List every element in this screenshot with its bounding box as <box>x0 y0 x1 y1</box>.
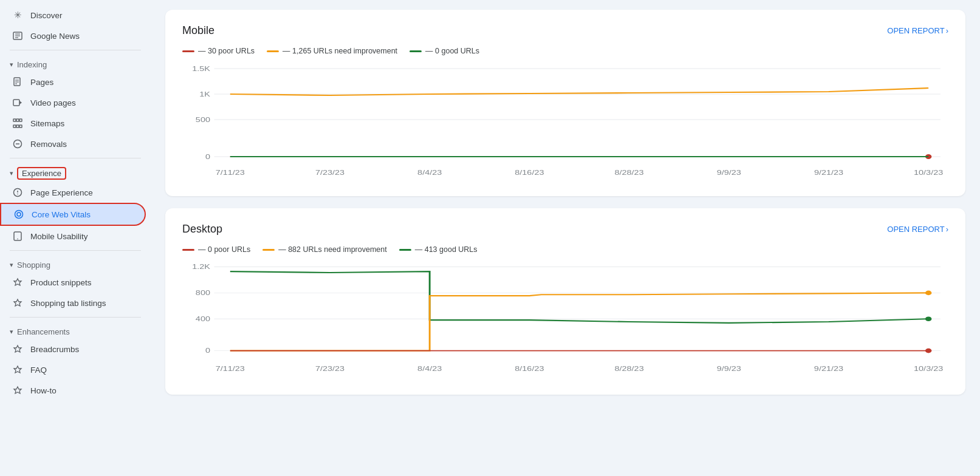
pages-icon <box>12 76 23 87</box>
mobile-chart: 1.5K 1K 500 0 7/11/23 7/23/23 8/4/23 8/1… <box>182 63 948 184</box>
svg-text:8/4/23: 8/4/23 <box>417 169 442 177</box>
sidebar-item-label: Mobile Usability <box>30 232 88 241</box>
svg-rect-12 <box>19 119 22 121</box>
sidebar-item-label: Shopping tab listings <box>30 299 106 308</box>
chevron-down-icon: ▾ <box>10 61 13 69</box>
svg-point-21 <box>15 211 23 219</box>
page-experience-icon <box>12 187 23 198</box>
legend-line-orange <box>262 249 275 251</box>
sidebar-item-how-to[interactable]: How-to <box>0 380 146 401</box>
sidebar-section-shopping[interactable]: ▾ Shopping <box>0 254 151 272</box>
svg-text:0: 0 <box>205 347 210 355</box>
chevron-right-icon: › <box>946 225 948 234</box>
sidebar-section-indexing[interactable]: ▾ Indexing <box>0 54 151 72</box>
chevron-down-icon: ▾ <box>10 169 13 177</box>
chevron-down-icon: ▾ <box>10 328 13 336</box>
legend-item-poor: — 30 poor URLs <box>182 47 255 55</box>
legend-item-needs-improvement: — 1,265 URLs need improvement <box>267 47 397 55</box>
svg-text:7/23/23: 7/23/23 <box>315 365 344 373</box>
sidebar-item-discover[interactable]: ✳ Discover <box>0 5 146 25</box>
section-label: Indexing <box>17 60 47 69</box>
chevron-down-icon: ▾ <box>10 261 13 269</box>
svg-text:8/4/23: 8/4/23 <box>417 365 442 373</box>
faq-icon <box>12 364 23 375</box>
sidebar-item-label: Discover <box>30 11 63 20</box>
svg-text:9/21/23: 9/21/23 <box>814 365 843 373</box>
legend-item-needs-improvement: — 882 URLs need improvement <box>262 245 387 254</box>
svg-point-58 <box>925 316 932 321</box>
sidebar-item-label: Google News <box>30 32 80 41</box>
sidebar-item-google-news[interactable]: Google News <box>0 25 146 46</box>
section-label: Enhancements <box>17 327 70 336</box>
desktop-chart-svg: 1.2K 800 400 0 7/11/23 7/23/23 8/4/23 8/… <box>182 261 948 382</box>
desktop-open-report-link[interactable]: OPEN REPORT › <box>887 225 948 234</box>
sidebar-item-breadcrumbs[interactable]: Breadcrumbs <box>0 339 146 359</box>
sidebar-item-mobile-usability[interactable]: Mobile Usability <box>0 226 146 246</box>
svg-text:7/11/23: 7/11/23 <box>216 365 245 373</box>
divider <box>10 50 141 50</box>
svg-text:500: 500 <box>196 116 210 124</box>
svg-rect-11 <box>16 119 19 121</box>
chevron-right-icon: › <box>946 26 948 35</box>
legend-label: — 30 poor URLs <box>198 47 255 55</box>
removals-icon <box>12 138 23 149</box>
sidebar-item-label: Removals <box>30 140 67 149</box>
svg-rect-15 <box>19 125 22 127</box>
svg-text:9/21/23: 9/21/23 <box>814 169 843 177</box>
desktop-legend: — 0 poor URLs — 882 URLs need improvemen… <box>182 245 948 254</box>
desktop-card-title: Desktop <box>182 223 222 236</box>
desktop-card: Desktop OPEN REPORT › — 0 poor URLs — 88… <box>165 208 965 395</box>
sidebar-item-product-snippets[interactable]: Product snippets <box>0 272 146 293</box>
main-content: Mobile OPEN REPORT › — 30 poor URLs — 1,… <box>151 0 980 476</box>
breadcrumbs-icon <box>12 344 23 355</box>
divider <box>10 158 141 158</box>
sidebar-item-label: Pages <box>30 78 53 87</box>
sidebar-item-video-pages[interactable]: Video pages <box>0 92 146 113</box>
svg-point-59 <box>925 291 932 296</box>
mobile-card-title: Mobile <box>182 24 214 37</box>
legend-line-green <box>409 50 422 52</box>
sidebar-section-experience[interactable]: ▾ Experience <box>0 162 151 182</box>
sidebar-item-page-experience[interactable]: Page Experience <box>0 182 146 203</box>
sidebar-item-label: Page Experience <box>30 188 93 197</box>
legend-label: — 0 good URLs <box>425 47 479 55</box>
svg-text:8/28/23: 8/28/23 <box>614 365 643 373</box>
svg-text:1.5K: 1.5K <box>192 65 210 73</box>
sidebar: ✳ Discover Google News ▾ Indexing Pages … <box>0 0 151 476</box>
svg-text:8/16/23: 8/16/23 <box>515 169 544 177</box>
mobile-open-report-link[interactable]: OPEN REPORT › <box>887 26 948 35</box>
svg-text:1.2K: 1.2K <box>192 264 210 271</box>
core-web-vitals-icon <box>13 209 24 220</box>
legend-line-orange <box>267 50 279 52</box>
desktop-chart: 1.2K 800 400 0 7/11/23 7/23/23 8/4/23 8/… <box>182 261 948 382</box>
svg-text:800: 800 <box>196 290 210 297</box>
news-icon <box>12 30 23 41</box>
svg-text:10/3/23: 10/3/23 <box>914 365 943 373</box>
sidebar-item-faq[interactable]: FAQ <box>0 359 146 380</box>
sidebar-item-removals[interactable]: Removals <box>0 134 146 154</box>
svg-rect-13 <box>13 125 16 127</box>
svg-text:1K: 1K <box>199 90 210 98</box>
sidebar-item-sitemaps[interactable]: Sitemaps <box>0 113 146 134</box>
svg-text:10/3/23: 10/3/23 <box>914 169 943 177</box>
svg-marker-9 <box>19 101 22 104</box>
legend-line-red <box>182 249 194 251</box>
legend-label: — 1,265 URLs need improvement <box>283 47 397 55</box>
discover-icon: ✳ <box>12 10 23 21</box>
section-label: Shopping <box>17 260 50 270</box>
how-to-icon <box>12 385 23 396</box>
experience-section-label: Experience <box>17 167 66 180</box>
sidebar-section-enhancements[interactable]: ▾ Enhancements <box>0 321 151 339</box>
sidebar-item-pages[interactable]: Pages <box>0 72 146 92</box>
svg-text:0: 0 <box>205 153 210 161</box>
svg-point-60 <box>925 348 932 353</box>
sidebar-item-label: How-to <box>30 386 57 395</box>
legend-label: — 882 URLs need improvement <box>278 245 387 254</box>
sidebar-item-label: FAQ <box>30 365 47 375</box>
sidebar-item-core-web-vitals[interactable]: Core Web Vitals <box>0 203 146 226</box>
sidebar-item-shopping-tab-listings[interactable]: Shopping tab listings <box>0 293 146 313</box>
mobile-card-header: Mobile OPEN REPORT › <box>182 24 948 37</box>
mobile-usability-icon <box>12 231 23 242</box>
sidebar-item-label: Core Web Vitals <box>32 210 91 219</box>
svg-text:8/16/23: 8/16/23 <box>515 365 544 373</box>
